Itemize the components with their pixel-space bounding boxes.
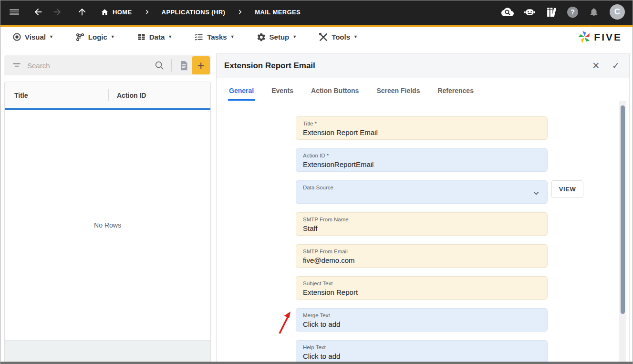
menu-setup[interactable]: Setup ▼ bbox=[257, 32, 297, 42]
detail-header: Extension Report Email ✕ ✓ bbox=[217, 53, 629, 78]
forward-arrow-icon[interactable] bbox=[51, 6, 63, 18]
five-pinwheel-icon bbox=[578, 31, 591, 43]
field-label: Merge Text bbox=[303, 312, 540, 319]
field-merge-text[interactable]: Merge Text Click to add bbox=[296, 308, 548, 332]
back-arrow-icon[interactable] bbox=[32, 6, 44, 18]
user-avatar[interactable]: C bbox=[610, 4, 625, 20]
five-logo[interactable]: FIVE bbox=[578, 27, 622, 47]
tab-events[interactable]: Events bbox=[270, 80, 294, 101]
hamburger-menu-icon[interactable] bbox=[8, 6, 21, 18]
field-smtp-from-name[interactable]: SMTP From Name Staff bbox=[296, 212, 548, 236]
home-icon bbox=[101, 8, 109, 16]
field-title[interactable]: Title * Extension Report Email bbox=[296, 116, 548, 140]
tab-general[interactable]: General bbox=[228, 80, 255, 101]
tasks-checklist-icon bbox=[194, 32, 204, 42]
data-table-icon bbox=[137, 32, 146, 42]
main-menu-bar: Visual ▼ Logic ▼ Data ▼ bbox=[0, 27, 633, 47]
library-books-icon[interactable] bbox=[545, 6, 558, 18]
field-value: five@demo.com bbox=[303, 255, 540, 265]
menu-visual[interactable]: Visual ▼ bbox=[12, 32, 53, 42]
copy-record-icon[interactable] bbox=[176, 57, 192, 73]
menu-data[interactable]: Data ▼ bbox=[137, 32, 172, 42]
breadcrumb: HOME APPLICATIONS (HR) MAIL MERGES bbox=[101, 8, 301, 16]
field-action-id[interactable]: Action ID * ExtensionReportEmail bbox=[296, 148, 548, 172]
assistant-bot-icon[interactable] bbox=[523, 6, 536, 18]
field-label: SMTP From Name bbox=[303, 216, 540, 223]
topbar-actions: ? C bbox=[501, 4, 625, 20]
empty-state-text: No Rows bbox=[94, 221, 121, 229]
search-input[interactable] bbox=[27, 62, 151, 70]
field-label: Action ID * bbox=[303, 152, 540, 159]
up-arrow-icon[interactable] bbox=[76, 6, 88, 18]
field-value: Click to add bbox=[303, 319, 540, 329]
menu-label: Data bbox=[149, 33, 165, 41]
breadcrumb-label: HOME bbox=[113, 9, 132, 16]
field-smtp-from-email[interactable]: SMTP From Email five@demo.com bbox=[296, 244, 548, 268]
scrollbar-track[interactable] bbox=[619, 101, 626, 362]
column-divider[interactable] bbox=[108, 89, 109, 101]
field-value: ExtensionReportEmail bbox=[303, 159, 540, 169]
cloud-search-icon[interactable] bbox=[501, 6, 514, 18]
detail-tabs: General Events Action Buttons Screen Fie… bbox=[217, 78, 629, 101]
view-data-source-button[interactable]: VIEW bbox=[551, 180, 583, 198]
filter-icon[interactable] bbox=[12, 61, 21, 70]
caret-down-icon: ▼ bbox=[292, 35, 297, 39]
general-form: Title * Extension Report Email Action ID… bbox=[296, 116, 548, 364]
detail-header-actions: ✕ ✓ bbox=[592, 61, 620, 70]
field-label: SMTP From Email bbox=[303, 248, 540, 255]
field-value: Staff bbox=[303, 223, 540, 233]
field-label: Subject Text bbox=[303, 280, 540, 287]
close-icon[interactable]: ✕ bbox=[592, 61, 600, 70]
breadcrumb-mail-merges[interactable]: MAIL MERGES bbox=[255, 9, 301, 16]
menu-logic[interactable]: Logic ▼ bbox=[75, 32, 115, 42]
help-icon[interactable]: ? bbox=[567, 7, 578, 18]
field-label: Title * bbox=[303, 120, 540, 127]
field-help-text[interactable]: Help Text Click to add bbox=[296, 340, 548, 364]
add-record-button[interactable]: + bbox=[192, 56, 210, 74]
menu-tasks[interactable]: Tasks ▼ bbox=[194, 32, 234, 42]
save-check-icon[interactable]: ✓ bbox=[612, 61, 620, 70]
plus-icon: + bbox=[197, 59, 204, 72]
column-header-action-id[interactable]: Action ID bbox=[108, 92, 146, 99]
brand-wordmark: FIVE bbox=[594, 31, 622, 43]
field-data-source[interactable]: Data Source bbox=[296, 180, 548, 204]
grid-header-row: Title Action ID bbox=[5, 82, 210, 108]
notifications-bell-icon[interactable] bbox=[588, 6, 600, 18]
scrollbar-thumb[interactable] bbox=[621, 105, 625, 314]
chevron-right-icon bbox=[237, 9, 243, 15]
search-icon[interactable] bbox=[151, 57, 167, 73]
field-value: Extension Report Email bbox=[303, 127, 540, 137]
visual-eye-icon bbox=[12, 32, 21, 42]
grid-body: No Rows bbox=[5, 110, 210, 340]
tab-references[interactable]: References bbox=[436, 80, 475, 101]
chevron-right-icon bbox=[144, 9, 150, 15]
record-title: Extension Report Email bbox=[224, 61, 315, 71]
top-navigation-bar: HOME APPLICATIONS (HR) MAIL MERGES bbox=[0, 0, 633, 27]
dropdown-chevron-icon[interactable] bbox=[532, 189, 540, 198]
field-label: Data Source bbox=[303, 184, 540, 191]
caret-down-icon: ▼ bbox=[353, 35, 358, 39]
menu-tools[interactable]: Tools ▼ bbox=[319, 32, 358, 42]
field-value: Click to add bbox=[303, 351, 540, 361]
tools-icon bbox=[319, 32, 328, 42]
menu-label: Tasks bbox=[207, 33, 227, 41]
menu-label: Tools bbox=[332, 33, 350, 41]
window-bottom-edge bbox=[0, 362, 633, 364]
tab-action-buttons[interactable]: Action Buttons bbox=[310, 80, 360, 101]
column-header-title[interactable]: Title bbox=[5, 92, 108, 99]
caret-down-icon: ▼ bbox=[49, 35, 53, 39]
caret-down-icon: ▼ bbox=[230, 35, 235, 39]
toolbar-divider bbox=[171, 59, 172, 72]
breadcrumb-home[interactable]: HOME bbox=[101, 8, 132, 16]
tab-screen-fields[interactable]: Screen Fields bbox=[375, 80, 421, 101]
menu-label: Logic bbox=[88, 33, 107, 41]
breadcrumb-applications[interactable]: APPLICATIONS (HR) bbox=[162, 9, 226, 16]
grid-footer bbox=[5, 340, 210, 362]
field-subject-text[interactable]: Subject Text Extension Report bbox=[296, 276, 548, 300]
caret-down-icon: ▼ bbox=[168, 35, 172, 39]
field-label: Help Text bbox=[303, 344, 540, 351]
field-value: Extension Report bbox=[303, 287, 540, 297]
app-window: HOME APPLICATIONS (HR) MAIL MERGES bbox=[0, 0, 633, 364]
setup-gear-icon bbox=[257, 32, 266, 42]
search-toolbar: + bbox=[4, 55, 211, 75]
